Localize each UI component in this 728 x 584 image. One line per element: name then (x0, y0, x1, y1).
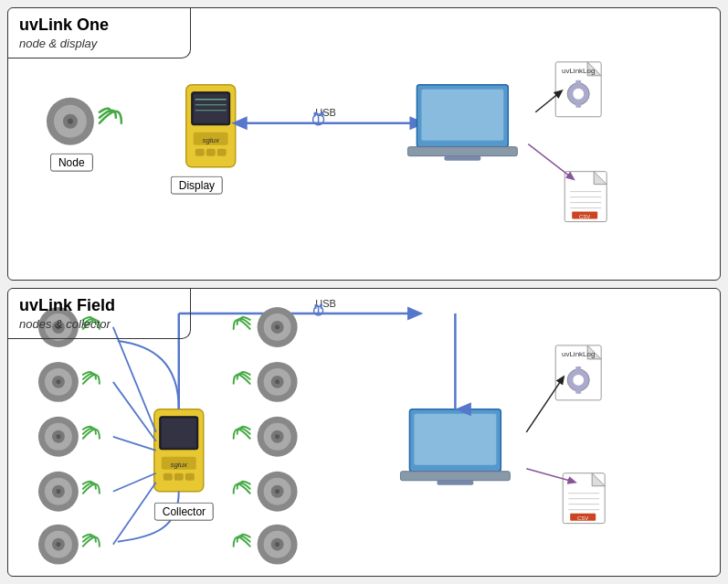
svg-rect-67 (162, 419, 196, 448)
panel-uvlink-field: uvLink Field nodes & collector (7, 288, 721, 577)
arrow-nodes-to-collector (118, 341, 179, 409)
svg-rect-108 (414, 414, 496, 465)
node-label-one: Node (50, 154, 96, 175)
svg-rect-85 (315, 304, 318, 306)
svg-rect-119 (584, 377, 588, 383)
panel-uvlink-one: uvLink One node & display (7, 7, 721, 281)
svg-rect-24 (407, 147, 517, 156)
panel-field-title-block: uvLink Field nodes & collector (19, 296, 115, 332)
svg-point-94 (275, 380, 280, 385)
collector-device: sglux (154, 409, 204, 492)
svg-point-60 (56, 490, 60, 494)
svg-rect-33 (584, 91, 588, 97)
svg-text:CSV: CSV (577, 515, 588, 521)
svg-point-56 (56, 435, 60, 440)
svg-point-106 (275, 543, 280, 547)
svg-rect-109 (400, 472, 510, 481)
svg-rect-30 (575, 80, 581, 85)
diagram-field: sglux (8, 289, 720, 576)
svg-rect-23 (421, 90, 503, 141)
svg-line-121 (526, 382, 560, 432)
svg-rect-117 (575, 389, 581, 394)
svg-text:sglux: sglux (170, 461, 188, 469)
panel-one-title: uvLink One (19, 16, 109, 35)
svg-rect-12 (195, 149, 205, 156)
wifi-waves-one (100, 109, 121, 123)
diagram-one: sglux (8, 8, 720, 280)
svg-point-102 (275, 490, 280, 494)
svg-point-21 (321, 111, 324, 115)
svg-point-64 (56, 543, 60, 547)
svg-line-75 (113, 437, 156, 451)
svg-rect-116 (575, 366, 581, 371)
right-nodes (234, 307, 298, 565)
laptop-field (400, 409, 510, 485)
svg-line-73 (113, 327, 156, 432)
svg-rect-20 (314, 112, 318, 115)
laptop-one (407, 85, 517, 161)
svg-rect-110 (437, 481, 473, 485)
svg-point-52 (56, 380, 60, 385)
svg-rect-72 (185, 473, 195, 481)
svg-point-98 (275, 435, 280, 440)
svg-text:uvLinkLog: uvLinkLog (562, 350, 595, 358)
display-device-one: sglux (186, 85, 236, 167)
svg-rect-6 (194, 94, 228, 123)
svg-point-90 (275, 325, 280, 330)
panel-one-title-block: uvLink One node & display (19, 16, 109, 51)
svg-rect-14 (217, 149, 227, 156)
display-label-one: Display (171, 176, 244, 198)
svg-rect-25 (444, 156, 480, 161)
collector-label: Collector (154, 503, 227, 525)
usb-symbol-field (314, 304, 323, 315)
svg-rect-71 (174, 473, 184, 481)
panel-one-subtitle: node & display (19, 37, 97, 50)
svg-point-115 (573, 375, 584, 386)
svg-text:uvLinkLog: uvLinkLog (562, 67, 595, 75)
main-container: uvLink One node & display (0, 0, 728, 584)
svg-rect-32 (568, 91, 573, 97)
svg-rect-70 (164, 473, 173, 481)
svg-point-3 (68, 119, 73, 124)
svg-rect-13 (206, 149, 216, 156)
node-icon-one (47, 98, 94, 145)
uvlinklog-icon-field: uvLinkLog (555, 345, 601, 400)
svg-text:CSV: CSV (579, 214, 590, 219)
uvlinklog-icon-one: uvLinkLog (555, 62, 601, 117)
svg-line-74 (113, 382, 156, 441)
usb-symbol-one (313, 111, 324, 125)
panel-field-subtitle: nodes & collector (19, 317, 111, 331)
left-nodes (38, 307, 100, 565)
svg-line-76 (113, 473, 156, 492)
svg-rect-31 (575, 103, 581, 108)
svg-line-44 (528, 144, 572, 178)
panel-field-title: uvLink Field (19, 296, 115, 315)
svg-text:sglux: sglux (202, 136, 220, 144)
svg-point-29 (573, 89, 584, 100)
csv-icon-one: CSV (564, 172, 607, 222)
svg-rect-118 (568, 377, 573, 383)
svg-point-86 (320, 304, 322, 307)
